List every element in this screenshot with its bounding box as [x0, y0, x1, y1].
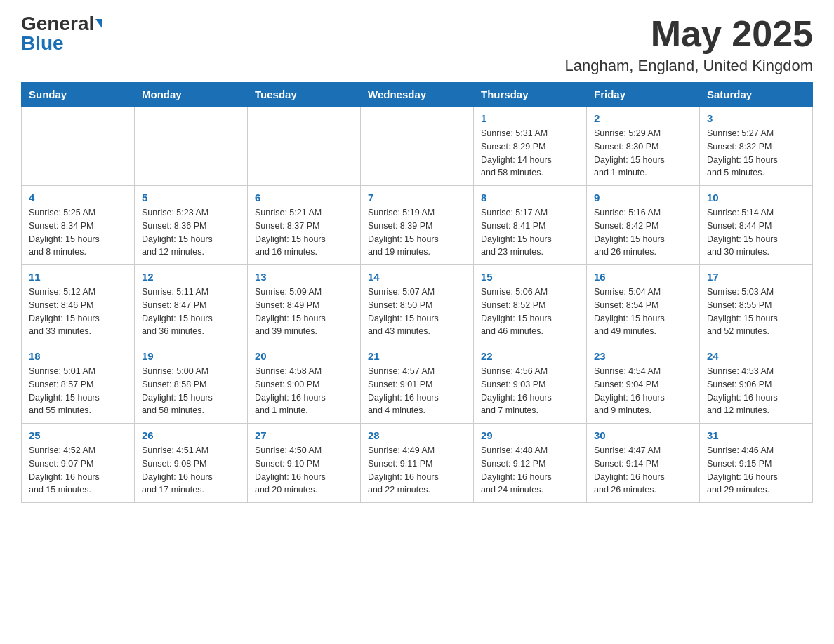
- calendar-cell: 14Sunrise: 5:07 AMSunset: 8:50 PMDayligh…: [361, 265, 474, 344]
- calendar-cell: 7Sunrise: 5:19 AMSunset: 8:39 PMDaylight…: [361, 186, 474, 265]
- day-info: Sunrise: 5:06 AMSunset: 8:52 PMDaylight:…: [481, 286, 579, 338]
- day-number: 7: [368, 192, 466, 203]
- calendar-cell: 21Sunrise: 4:57 AMSunset: 9:01 PMDayligh…: [361, 344, 474, 424]
- weekday-header-friday: Friday: [587, 83, 700, 107]
- day-number: 16: [594, 271, 692, 283]
- day-info: Sunrise: 5:31 AMSunset: 8:29 PMDaylight:…: [481, 127, 579, 180]
- day-info: Sunrise: 5:19 AMSunset: 8:39 PMDaylight:…: [368, 206, 466, 259]
- day-info: Sunrise: 5:12 AMSunset: 8:46 PMDaylight:…: [29, 286, 127, 338]
- day-number: 4: [29, 192, 127, 203]
- calendar-cell: 1Sunrise: 5:31 AMSunset: 8:29 PMDaylight…: [474, 107, 587, 186]
- calendar-table: SundayMondayTuesdayWednesdayThursdayFrid…: [21, 82, 813, 503]
- day-number: 28: [368, 429, 466, 441]
- calendar-cell: 16Sunrise: 5:04 AMSunset: 8:54 PMDayligh…: [587, 265, 700, 344]
- calendar-cell: 30Sunrise: 4:47 AMSunset: 9:14 PMDayligh…: [587, 424, 700, 503]
- calendar-cell: 4Sunrise: 5:25 AMSunset: 8:34 PMDaylight…: [22, 186, 135, 265]
- day-number: 12: [142, 271, 240, 283]
- calendar-cell: 5Sunrise: 5:23 AMSunset: 8:36 PMDaylight…: [135, 186, 248, 265]
- day-number: 19: [142, 350, 240, 362]
- week-row-4: 18Sunrise: 5:01 AMSunset: 8:57 PMDayligh…: [22, 344, 813, 424]
- day-number: 29: [481, 429, 579, 441]
- calendar-cell: [248, 107, 361, 186]
- day-number: 27: [255, 429, 353, 441]
- calendar-cell: 12Sunrise: 5:11 AMSunset: 8:47 PMDayligh…: [135, 265, 248, 344]
- calendar-cell: 28Sunrise: 4:49 AMSunset: 9:11 PMDayligh…: [361, 424, 474, 503]
- day-info: Sunrise: 4:48 AMSunset: 9:12 PMDaylight:…: [481, 444, 579, 497]
- day-number: 23: [594, 350, 692, 362]
- header-row: SundayMondayTuesdayWednesdayThursdayFrid…: [22, 83, 813, 107]
- day-info: Sunrise: 5:25 AMSunset: 8:34 PMDaylight:…: [29, 206, 127, 259]
- weekday-header-thursday: Thursday: [474, 83, 587, 107]
- day-info: Sunrise: 5:00 AMSunset: 8:58 PMDaylight:…: [142, 365, 240, 417]
- day-number: 26: [142, 429, 240, 441]
- day-info: Sunrise: 5:21 AMSunset: 8:37 PMDaylight:…: [255, 206, 353, 259]
- day-info: Sunrise: 5:27 AMSunset: 8:32 PMDaylight:…: [707, 127, 805, 180]
- day-number: 9: [594, 192, 692, 203]
- day-info: Sunrise: 5:14 AMSunset: 8:44 PMDaylight:…: [707, 206, 805, 259]
- day-info: Sunrise: 4:52 AMSunset: 9:07 PMDaylight:…: [29, 444, 127, 497]
- calendar-cell: [22, 107, 135, 186]
- title-section: May 2025 Langham, England, United Kingdo…: [565, 14, 813, 75]
- weekday-header-tuesday: Tuesday: [248, 83, 361, 107]
- day-number: 14: [368, 271, 466, 283]
- weekday-header-monday: Monday: [135, 83, 248, 107]
- logo-blue-text: Blue: [21, 34, 64, 53]
- calendar-cell: [361, 107, 474, 186]
- calendar-cell: 8Sunrise: 5:17 AMSunset: 8:41 PMDaylight…: [474, 186, 587, 265]
- day-info: Sunrise: 4:51 AMSunset: 9:08 PMDaylight:…: [142, 444, 240, 497]
- calendar-cell: 19Sunrise: 5:00 AMSunset: 8:58 PMDayligh…: [135, 344, 248, 424]
- day-number: 2: [594, 112, 692, 124]
- calendar-cell: 10Sunrise: 5:14 AMSunset: 8:44 PMDayligh…: [700, 186, 813, 265]
- day-number: 3: [707, 112, 805, 124]
- day-number: 24: [707, 350, 805, 362]
- week-row-3: 11Sunrise: 5:12 AMSunset: 8:46 PMDayligh…: [22, 265, 813, 344]
- day-info: Sunrise: 5:17 AMSunset: 8:41 PMDaylight:…: [481, 206, 579, 259]
- day-number: 20: [255, 350, 353, 362]
- calendar-cell: 3Sunrise: 5:27 AMSunset: 8:32 PMDaylight…: [700, 107, 813, 186]
- day-number: 18: [29, 350, 127, 362]
- calendar-cell: 9Sunrise: 5:16 AMSunset: 8:42 PMDaylight…: [587, 186, 700, 265]
- calendar-cell: 20Sunrise: 4:58 AMSunset: 9:00 PMDayligh…: [248, 344, 361, 424]
- calendar-cell: [135, 107, 248, 186]
- day-number: 22: [481, 350, 579, 362]
- day-info: Sunrise: 5:03 AMSunset: 8:55 PMDaylight:…: [707, 286, 805, 338]
- calendar-title: May 2025: [565, 14, 813, 54]
- calendar-cell: 24Sunrise: 4:53 AMSunset: 9:06 PMDayligh…: [700, 344, 813, 424]
- calendar-cell: 25Sunrise: 4:52 AMSunset: 9:07 PMDayligh…: [22, 424, 135, 503]
- calendar-cell: 17Sunrise: 5:03 AMSunset: 8:55 PMDayligh…: [700, 265, 813, 344]
- calendar-cell: 22Sunrise: 4:56 AMSunset: 9:03 PMDayligh…: [474, 344, 587, 424]
- day-number: 30: [594, 429, 692, 441]
- calendar-cell: 26Sunrise: 4:51 AMSunset: 9:08 PMDayligh…: [135, 424, 248, 503]
- day-info: Sunrise: 4:57 AMSunset: 9:01 PMDaylight:…: [368, 365, 466, 417]
- day-info: Sunrise: 5:11 AMSunset: 8:47 PMDaylight:…: [142, 286, 240, 338]
- page-header: General Blue May 2025 Langham, England, …: [21, 14, 813, 75]
- day-info: Sunrise: 4:46 AMSunset: 9:15 PMDaylight:…: [707, 444, 805, 497]
- day-info: Sunrise: 4:47 AMSunset: 9:14 PMDaylight:…: [594, 444, 692, 497]
- day-info: Sunrise: 4:56 AMSunset: 9:03 PMDaylight:…: [481, 365, 579, 417]
- week-row-2: 4Sunrise: 5:25 AMSunset: 8:34 PMDaylight…: [22, 186, 813, 265]
- weekday-header-wednesday: Wednesday: [361, 83, 474, 107]
- day-info: Sunrise: 5:04 AMSunset: 8:54 PMDaylight:…: [594, 286, 692, 338]
- calendar-cell: 2Sunrise: 5:29 AMSunset: 8:30 PMDaylight…: [587, 107, 700, 186]
- day-info: Sunrise: 4:58 AMSunset: 9:00 PMDaylight:…: [255, 365, 353, 417]
- day-info: Sunrise: 5:07 AMSunset: 8:50 PMDaylight:…: [368, 286, 466, 338]
- calendar-cell: 15Sunrise: 5:06 AMSunset: 8:52 PMDayligh…: [474, 265, 587, 344]
- day-info: Sunrise: 4:49 AMSunset: 9:11 PMDaylight:…: [368, 444, 466, 497]
- day-info: Sunrise: 5:01 AMSunset: 8:57 PMDaylight:…: [29, 365, 127, 417]
- week-row-5: 25Sunrise: 4:52 AMSunset: 9:07 PMDayligh…: [22, 424, 813, 503]
- day-info: Sunrise: 5:09 AMSunset: 8:49 PMDaylight:…: [255, 286, 353, 338]
- weekday-header-saturday: Saturday: [700, 83, 813, 107]
- day-number: 11: [29, 271, 127, 283]
- weekday-header-sunday: Sunday: [22, 83, 135, 107]
- calendar-cell: 13Sunrise: 5:09 AMSunset: 8:49 PMDayligh…: [248, 265, 361, 344]
- day-number: 6: [255, 192, 353, 203]
- day-number: 17: [707, 271, 805, 283]
- day-number: 10: [707, 192, 805, 203]
- calendar-cell: 27Sunrise: 4:50 AMSunset: 9:10 PMDayligh…: [248, 424, 361, 503]
- calendar-cell: 6Sunrise: 5:21 AMSunset: 8:37 PMDaylight…: [248, 186, 361, 265]
- day-number: 31: [707, 429, 805, 441]
- calendar-cell: 31Sunrise: 4:46 AMSunset: 9:15 PMDayligh…: [700, 424, 813, 503]
- logo-arrow-icon: [95, 19, 102, 29]
- location-subtitle: Langham, England, United Kingdom: [565, 57, 813, 75]
- day-info: Sunrise: 5:16 AMSunset: 8:42 PMDaylight:…: [594, 206, 692, 259]
